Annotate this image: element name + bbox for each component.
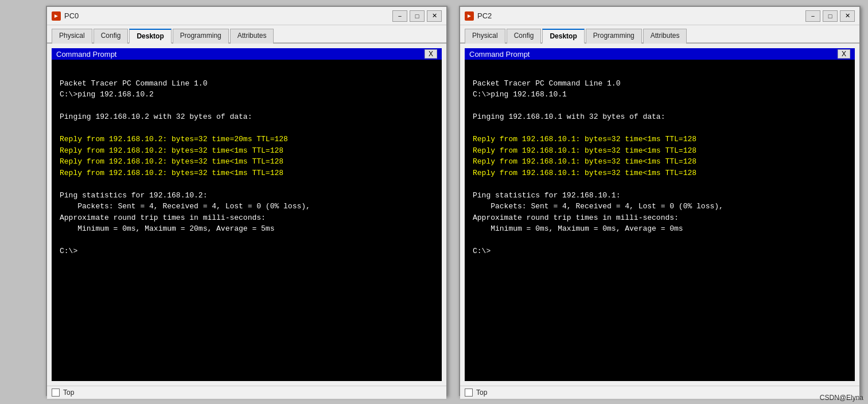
tab-programming-pc2[interactable]: Programming — [586, 29, 642, 44]
command-prompt-label-pc0: Command Prompt — [56, 50, 425, 59]
tab-physical-pc0[interactable]: Physical — [52, 29, 92, 44]
tab-physical-pc2[interactable]: Physical — [465, 29, 505, 44]
pc2-title: PC2 — [477, 11, 805, 20]
close-button-pc0[interactable]: ✕ — [427, 10, 442, 22]
maximize-button-pc2[interactable]: □ — [823, 10, 838, 22]
cmd-close-pc2[interactable]: X — [838, 49, 850, 59]
cmd-close-pc0[interactable]: X — [425, 49, 437, 59]
command-prompt-label-pc2: Command Prompt — [469, 50, 838, 59]
tabs-pc2: Physical Config Desktop Programming Attr… — [460, 25, 859, 44]
title-bar-pc0: ► PC0 − □ ✕ — [47, 7, 446, 25]
minimize-button-pc0[interactable]: − — [392, 10, 407, 22]
tab-attributes-pc2[interactable]: Attributes — [643, 29, 687, 44]
tab-desktop-pc2[interactable]: Desktop — [542, 29, 584, 44]
footer-pc0: Top — [47, 386, 446, 399]
tab-config-pc0[interactable]: Config — [94, 29, 129, 44]
tab-programming-pc0[interactable]: Programming — [173, 29, 229, 44]
top-label-pc0: Top — [63, 389, 74, 397]
tab-attributes-pc0[interactable]: Attributes — [230, 29, 274, 44]
tabs-pc0: Physical Config Desktop Programming Attr… — [47, 25, 446, 44]
title-bar-controls-pc2: − □ ✕ — [805, 10, 855, 22]
title-bar-pc2: ► PC2 − □ ✕ — [460, 7, 859, 25]
watermark: CSDN@Elyna — [820, 394, 863, 402]
terminal-pc2[interactable]: Packet Tracer PC Command Line 1.0 C:\>pi… — [465, 60, 855, 381]
pc0-title: PC0 — [64, 11, 392, 20]
content-area-pc2: Command Prompt X Packet Tracer PC Comman… — [460, 44, 859, 386]
top-checkbox-pc2[interactable] — [465, 389, 473, 397]
tab-desktop-pc0[interactable]: Desktop — [129, 29, 171, 44]
tab-config-pc2[interactable]: Config — [507, 29, 542, 44]
command-prompt-bar-pc0: Command Prompt X — [52, 48, 442, 60]
minimize-button-pc2[interactable]: − — [805, 10, 820, 22]
window-pc2[interactable]: ► PC2 − □ ✕ Physical Config Desktop Prog… — [459, 6, 861, 396]
window-pc0[interactable]: ► PC0 − □ ✕ Physical Config Desktop Prog… — [46, 6, 447, 396]
footer-pc2: Top — [460, 386, 859, 399]
content-area-pc0: Command Prompt X Packet Tracer PC Comman… — [47, 44, 446, 386]
command-prompt-bar-pc2: Command Prompt X — [465, 48, 855, 60]
top-checkbox-pc0[interactable] — [52, 389, 60, 397]
pc2-icon: ► — [465, 11, 474, 21]
terminal-pc0[interactable]: Packet Tracer PC Command Line 1.0 C:\>pi… — [52, 60, 442, 381]
title-bar-controls-pc0: − □ ✕ — [392, 10, 442, 22]
maximize-button-pc0[interactable]: □ — [410, 10, 425, 22]
close-button-pc2[interactable]: ✕ — [840, 10, 855, 22]
pc0-icon: ► — [52, 11, 61, 21]
top-label-pc2: Top — [476, 389, 487, 397]
